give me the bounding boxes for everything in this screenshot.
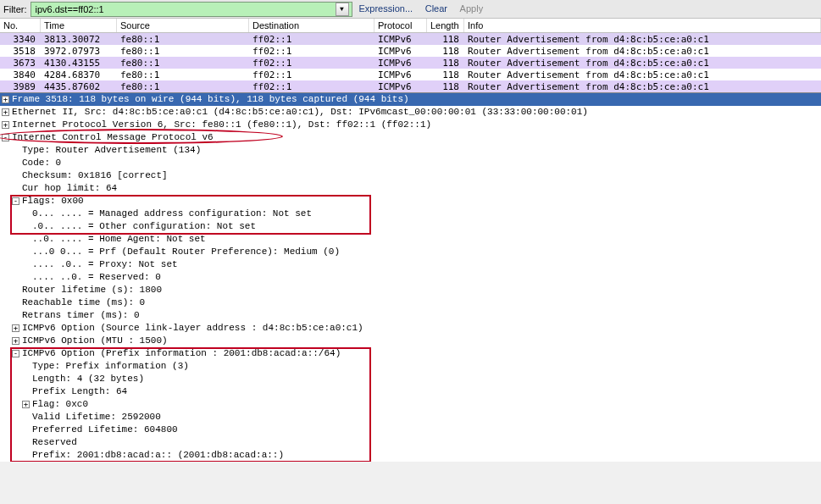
detail-code[interactable]: Code: 0 bbox=[0, 157, 821, 169]
packet-row[interactable]: 33403813.30072fe80::1ff02::1ICMPv6118Rou… bbox=[0, 33, 821, 45]
detail-retrans-timer[interactable]: Retrans timer (ms): 0 bbox=[0, 309, 821, 322]
detail-type[interactable]: Type: Router Advertisement (134) bbox=[0, 144, 821, 157]
detail-flag-proxy[interactable]: .... .0.. = Proxy: Not set bbox=[0, 258, 821, 271]
packet-row[interactable]: 35183972.07973fe80::1ff02::1ICMPv6118Rou… bbox=[0, 45, 821, 57]
filter-input[interactable] bbox=[34, 3, 336, 15]
clear-link[interactable]: Clear bbox=[422, 3, 451, 14]
detail-icmpv6[interactable]: -Internet Control Message Protocol v6 bbox=[0, 131, 821, 144]
filter-input-wrap: ▼ bbox=[31, 2, 352, 17]
collapse-icon[interactable]: - bbox=[2, 134, 9, 141]
detail-flag-homeagent[interactable]: ..0. .... = Home Agent: Not set bbox=[0, 233, 821, 246]
packet-details: +Frame 3518: 118 bytes on wire (944 bits… bbox=[0, 92, 821, 462]
expand-icon[interactable]: + bbox=[2, 121, 9, 129]
col-proto[interactable]: Protocol bbox=[374, 19, 427, 32]
detail-flag-other[interactable]: .0.. .... = Other configuration: Not set bbox=[0, 220, 821, 233]
detail-preferred-lifetime[interactable]: Preferred Lifetime: 604800 bbox=[0, 424, 821, 436]
detail-prefix-value[interactable]: Prefix: 2001:db8:acad:a:: (2001:db8:acad… bbox=[0, 449, 821, 462]
detail-router-lifetime[interactable]: Router lifetime (s): 1800 bbox=[0, 284, 821, 296]
detail-prefix-reserved[interactable]: Reserved bbox=[0, 436, 821, 449]
col-no[interactable]: No. bbox=[0, 19, 41, 32]
detail-hoplimit[interactable]: Cur hop limit: 64 bbox=[0, 182, 821, 195]
detail-ethernet[interactable]: +Ethernet II, Src: d4:8c:b5:ce:a0:c1 (d4… bbox=[0, 106, 821, 119]
detail-opt-mtu[interactable]: +ICMPv6 Option (MTU : 1500) bbox=[0, 335, 821, 347]
filter-label: Filter: bbox=[3, 4, 27, 14]
expression-link[interactable]: Expression... bbox=[356, 3, 417, 14]
packet-list: No. Time Source Destination Protocol Len… bbox=[0, 19, 821, 92]
detail-ipv6[interactable]: +Internet Protocol Version 6, Src: fe80:… bbox=[0, 119, 821, 131]
collapse-icon[interactable]: - bbox=[12, 350, 19, 357]
detail-opt-prefix[interactable]: -ICMPv6 Option (Prefix information : 200… bbox=[0, 347, 821, 360]
detail-reachable-time[interactable]: Reachable time (ms): 0 bbox=[0, 296, 821, 309]
detail-flag-managed[interactable]: 0... .... = Managed address configuratio… bbox=[0, 208, 821, 220]
col-dst[interactable]: Destination bbox=[249, 19, 374, 32]
detail-opt-slla[interactable]: +ICMPv6 Option (Source link-layer addres… bbox=[0, 322, 821, 335]
collapse-icon[interactable]: - bbox=[12, 197, 19, 205]
expand-icon[interactable]: + bbox=[2, 108, 9, 116]
expand-icon[interactable]: + bbox=[22, 401, 30, 408]
detail-valid-lifetime[interactable]: Valid Lifetime: 2592000 bbox=[0, 411, 821, 424]
packet-row[interactable]: 39894435.87602fe80::1ff02::1ICMPv6118Rou… bbox=[0, 80, 821, 92]
col-time[interactable]: Time bbox=[41, 19, 117, 32]
detail-flag-prf[interactable]: ...0 0... = Prf (Default Router Preferen… bbox=[0, 246, 821, 258]
detail-prefix-length[interactable]: Prefix Length: 64 bbox=[0, 385, 821, 398]
detail-flag-reserved[interactable]: .... ..0. = Reserved: 0 bbox=[0, 271, 821, 284]
packet-header: No. Time Source Destination Protocol Len… bbox=[0, 19, 821, 33]
expand-icon[interactable]: + bbox=[2, 96, 9, 103]
packet-row[interactable]: 36734130.43155fe80::1ff02::1ICMPv6118Rou… bbox=[0, 57, 821, 69]
apply-link[interactable]: Apply bbox=[457, 3, 487, 14]
expand-icon[interactable]: + bbox=[12, 324, 19, 332]
filter-bar: Filter: ▼ Expression... Clear Apply bbox=[0, 0, 821, 19]
col-info[interactable]: Info bbox=[464, 19, 821, 32]
detail-checksum[interactable]: Checksum: 0x1816 [correct] bbox=[0, 169, 821, 182]
filter-links: Expression... Clear Apply bbox=[356, 3, 487, 14]
col-src[interactable]: Source bbox=[117, 19, 249, 32]
filter-dropdown-icon[interactable]: ▼ bbox=[336, 3, 349, 16]
detail-flags[interactable]: -Flags: 0x00 bbox=[0, 195, 821, 208]
col-len[interactable]: Length bbox=[427, 19, 464, 32]
detail-prefix-flag[interactable]: +Flag: 0xc0 bbox=[0, 398, 821, 411]
detail-prefix-type[interactable]: Type: Prefix information (3) bbox=[0, 360, 821, 373]
packet-row[interactable]: 38404284.68370fe80::1ff02::1ICMPv6118Rou… bbox=[0, 69, 821, 80]
detail-prefix-length-field[interactable]: Length: 4 (32 bytes) bbox=[0, 373, 821, 385]
detail-frame[interactable]: +Frame 3518: 118 bytes on wire (944 bits… bbox=[0, 93, 821, 106]
expand-icon[interactable]: + bbox=[12, 337, 19, 345]
